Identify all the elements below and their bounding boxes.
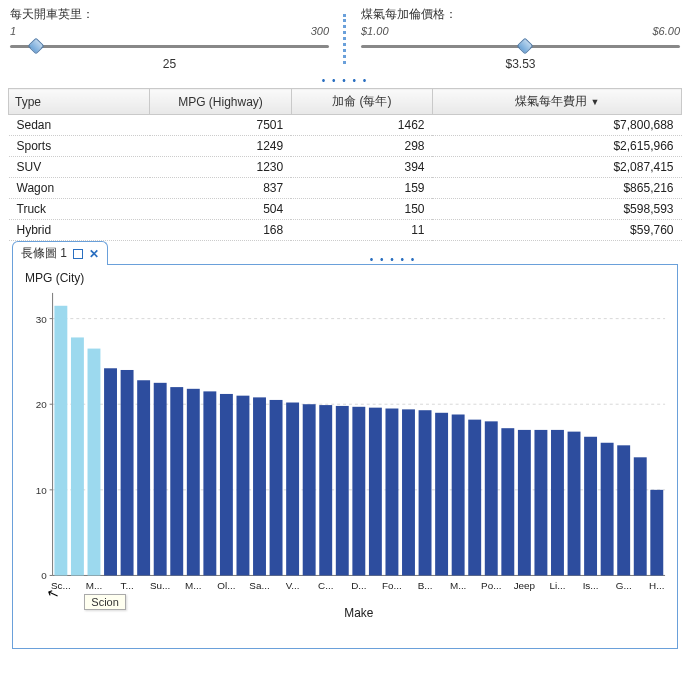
cell-cost: $598,593	[432, 199, 681, 220]
gas-min: $1.00	[361, 25, 389, 37]
bar[interactable]	[303, 404, 316, 575]
bar[interactable]	[104, 368, 117, 575]
miles-max: 300	[311, 25, 329, 37]
bar-chart[interactable]: 0102030Sc...M...T...Su...M...Ol...Sa...V…	[19, 287, 671, 623]
table-row[interactable]: Wagon837159$865,216	[9, 178, 682, 199]
col-type[interactable]: Type	[9, 89, 150, 115]
bar[interactable]	[435, 413, 448, 576]
bar[interactable]	[154, 383, 167, 576]
bar[interactable]	[170, 387, 183, 575]
popout-icon[interactable]	[73, 249, 83, 259]
bar[interactable]	[650, 490, 663, 576]
bar[interactable]	[336, 406, 349, 576]
bar[interactable]	[253, 397, 266, 575]
cell-cost: $2,087,415	[432, 157, 681, 178]
bar[interactable]	[468, 420, 481, 576]
svg-text:Li...: Li...	[550, 580, 566, 591]
bar[interactable]	[452, 415, 465, 576]
table-row[interactable]: Sedan75011462$7,800,688	[9, 115, 682, 136]
cell-mpg: 168	[150, 220, 291, 241]
bar[interactable]	[319, 405, 332, 575]
svg-text:G...: G...	[616, 580, 632, 591]
chart-tab[interactable]: 長條圖 1 ✕	[12, 241, 108, 265]
miles-slider: 每天開車英里： 1 300 25	[4, 6, 335, 71]
svg-text:0: 0	[41, 570, 47, 581]
cell-type: Hybrid	[9, 220, 150, 241]
bar[interactable]	[203, 391, 216, 575]
bar[interactable]	[270, 400, 283, 576]
col-gallons[interactable]: 加侖 (每年)	[291, 89, 432, 115]
bar[interactable]	[369, 408, 382, 576]
cell-type: SUV	[9, 157, 150, 178]
bar[interactable]	[352, 407, 365, 576]
cell-mpg: 837	[150, 178, 291, 199]
bar[interactable]	[419, 410, 432, 575]
svg-text:Jeep: Jeep	[514, 580, 536, 591]
bar[interactable]	[286, 403, 299, 576]
sort-desc-icon: ▼	[591, 97, 600, 107]
cell-gallons: 1462	[291, 115, 432, 136]
svg-text:10: 10	[36, 485, 47, 496]
svg-text:V...: V...	[286, 580, 300, 591]
table-row[interactable]: Sports1249298$2,615,966	[9, 136, 682, 157]
cell-type: Truck	[9, 199, 150, 220]
table-row[interactable]: Hybrid16811$59,760	[9, 220, 682, 241]
separator-dots: • • • • •	[4, 75, 686, 86]
miles-thumb[interactable]	[28, 38, 45, 55]
cell-mpg: 1230	[150, 157, 291, 178]
bar[interactable]	[237, 396, 250, 576]
bar[interactable]	[617, 445, 630, 575]
col-mpg[interactable]: MPG (Highway)	[150, 89, 291, 115]
svg-text:Po...: Po...	[481, 580, 501, 591]
hover-tooltip: Scion	[84, 594, 126, 610]
svg-text:M...: M...	[450, 580, 466, 591]
bar[interactable]	[402, 409, 415, 575]
table-row[interactable]: Truck504150$598,593	[9, 199, 682, 220]
bar[interactable]	[88, 349, 101, 576]
svg-text:30: 30	[36, 314, 47, 325]
table-row[interactable]: SUV1230394$2,087,415	[9, 157, 682, 178]
gas-track[interactable]	[355, 37, 686, 55]
summary-table: Type MPG (Highway) 加侖 (每年) 煤氣每年費用▼ Sedan…	[8, 88, 682, 241]
svg-text:Sa...: Sa...	[249, 580, 269, 591]
bar[interactable]	[534, 430, 547, 576]
svg-text:Fo...: Fo...	[382, 580, 402, 591]
bar[interactable]	[485, 421, 498, 575]
bar[interactable]	[518, 430, 531, 576]
svg-text:Ol...: Ol...	[217, 580, 235, 591]
bar[interactable]	[501, 428, 514, 575]
svg-text:B...: B...	[418, 580, 433, 591]
bar[interactable]	[385, 409, 398, 576]
bar[interactable]	[601, 443, 614, 576]
cell-type: Sedan	[9, 115, 150, 136]
gas-max: $6.00	[652, 25, 680, 37]
close-icon[interactable]: ✕	[89, 247, 99, 261]
chart-panel: MPG (City) 0102030Sc...M...T...Su...M...…	[12, 264, 678, 649]
svg-text:Su...: Su...	[150, 580, 170, 591]
gas-slider: 煤氣每加倫價格： $1.00 $6.00 $3.53	[355, 6, 686, 71]
bar[interactable]	[568, 432, 581, 576]
col-cost[interactable]: 煤氣每年費用▼	[432, 89, 681, 115]
bar[interactable]	[584, 437, 597, 576]
miles-min: 1	[10, 25, 16, 37]
bar[interactable]	[71, 337, 84, 575]
miles-track[interactable]	[4, 37, 335, 55]
svg-text:Make: Make	[344, 606, 373, 620]
cell-gallons: 150	[291, 199, 432, 220]
svg-text:M...: M...	[185, 580, 201, 591]
bar[interactable]	[137, 380, 150, 575]
cell-gallons: 394	[291, 157, 432, 178]
cell-cost: $865,216	[432, 178, 681, 199]
gas-thumb[interactable]	[517, 38, 534, 55]
miles-value: 25	[4, 57, 335, 71]
bar[interactable]	[187, 389, 200, 576]
cell-cost: $59,760	[432, 220, 681, 241]
miles-label: 每天開車英里：	[4, 6, 335, 23]
bar[interactable]	[634, 457, 647, 575]
bar[interactable]	[54, 306, 67, 576]
bar[interactable]	[220, 394, 233, 576]
svg-text:H...: H...	[649, 580, 664, 591]
bar[interactable]	[551, 430, 564, 576]
bar[interactable]	[121, 370, 134, 575]
cell-mpg: 504	[150, 199, 291, 220]
